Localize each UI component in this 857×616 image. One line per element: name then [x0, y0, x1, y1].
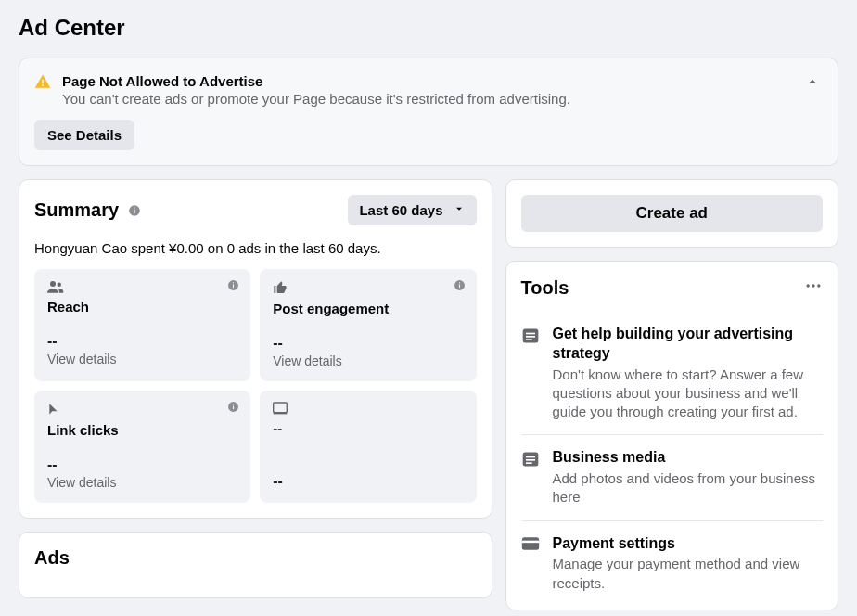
tool-item-media[interactable]: Business media Add photos and videos fro… [521, 435, 824, 520]
metric-empty[interactable]: -- -- [260, 391, 476, 503]
svg-rect-7 [233, 282, 234, 283]
tool-item-strategy[interactable]: Get help building your advertising strat… [521, 312, 824, 435]
view-details-link[interactable]: View details [47, 475, 237, 490]
more-icon[interactable] [804, 276, 823, 299]
svg-rect-30 [521, 540, 538, 543]
svg-rect-24 [526, 339, 532, 340]
svg-rect-14 [233, 405, 234, 409]
metric-label: Reach [47, 299, 237, 314]
chevron-up-icon[interactable] [804, 73, 823, 92]
svg-rect-11 [458, 284, 459, 288]
tools-card: Tools Get help building your advertising… [505, 261, 839, 610]
metric-link-clicks[interactable]: Link clicks -- View details [34, 391, 250, 503]
tools-title: Tools [521, 277, 569, 299]
create-ad-card: Create ad [505, 179, 839, 248]
page-title: Ad Center [19, 15, 838, 41]
svg-rect-4 [134, 207, 135, 208]
svg-rect-29 [521, 537, 538, 549]
svg-rect-26 [526, 456, 535, 458]
view-details-link[interactable]: View details [47, 352, 237, 366]
ads-title: Ads [34, 547, 70, 568]
tool-title: Payment settings [553, 534, 824, 554]
tool-item-payment[interactable]: Payment settings Manage your payment met… [521, 521, 824, 595]
list-icon [521, 327, 540, 421]
svg-rect-0 [42, 80, 44, 84]
info-icon[interactable] [454, 278, 466, 295]
credit-card-icon [521, 536, 540, 593]
svg-point-20 [817, 284, 820, 287]
metric-value: -- [273, 473, 463, 490]
metric-label: Link clicks [47, 422, 237, 438]
info-icon[interactable] [227, 400, 239, 417]
metric-label: -- [273, 420, 463, 436]
metric-post-engagement[interactable]: Post engagement -- View details [260, 269, 476, 381]
svg-rect-22 [526, 333, 535, 335]
warning-icon [34, 73, 51, 94]
cursor-icon [47, 404, 60, 419]
tool-title: Business media [553, 448, 824, 468]
advertising-alert: Page Not Allowed to Advertise You can't … [19, 58, 838, 166]
metric-value: -- [47, 456, 237, 473]
people-icon [47, 280, 64, 296]
tool-description: Add photos and videos from your business… [553, 469, 824, 507]
caret-down-icon [453, 202, 466, 218]
summary-card: Summary Last 60 days Hongyuan Cao spent … [19, 179, 492, 519]
svg-point-18 [807, 284, 810, 287]
metric-reach[interactable]: Reach -- View details [34, 269, 250, 381]
list-icon [521, 450, 540, 507]
see-details-button[interactable]: See Details [34, 120, 134, 150]
alert-title: Page Not Allowed to Advertise [62, 73, 793, 89]
summary-blurb: Hongyuan Cao spent ¥0.00 on 0 ads in the… [34, 240, 477, 256]
svg-rect-23 [526, 336, 535, 338]
metric-value: -- [273, 335, 463, 352]
info-icon[interactable] [128, 204, 141, 217]
date-range-dropdown[interactable]: Last 60 days [348, 195, 476, 225]
svg-rect-3 [134, 209, 135, 212]
tool-title: Get help building your advertising strat… [553, 325, 824, 364]
tool-description: Don't know where to start? Answer a few … [553, 366, 824, 422]
svg-point-19 [812, 284, 814, 287]
svg-rect-6 [233, 284, 234, 288]
date-range-label: Last 60 days [359, 202, 442, 218]
placeholder-icon [273, 402, 288, 417]
metric-label: Post engagement [273, 301, 463, 316]
svg-rect-15 [233, 404, 234, 404]
svg-rect-28 [526, 463, 532, 465]
view-details-link[interactable]: View details [273, 353, 463, 368]
tool-description: Manage your payment method and view rece… [553, 555, 824, 593]
svg-rect-1 [42, 84, 44, 86]
summary-title: Summary [34, 199, 119, 221]
alert-body: You can't create ads or promote your Pag… [62, 91, 793, 107]
svg-point-9 [58, 283, 62, 288]
create-ad-button[interactable]: Create ad [521, 195, 824, 232]
svg-rect-16 [274, 403, 288, 413]
svg-rect-12 [458, 282, 459, 283]
metric-value: -- [47, 333, 237, 350]
info-icon[interactable] [227, 278, 239, 295]
svg-rect-27 [526, 459, 535, 461]
svg-point-8 [50, 281, 56, 287]
thumbs-up-icon [273, 282, 288, 298]
ads-card: Ads [19, 532, 492, 598]
